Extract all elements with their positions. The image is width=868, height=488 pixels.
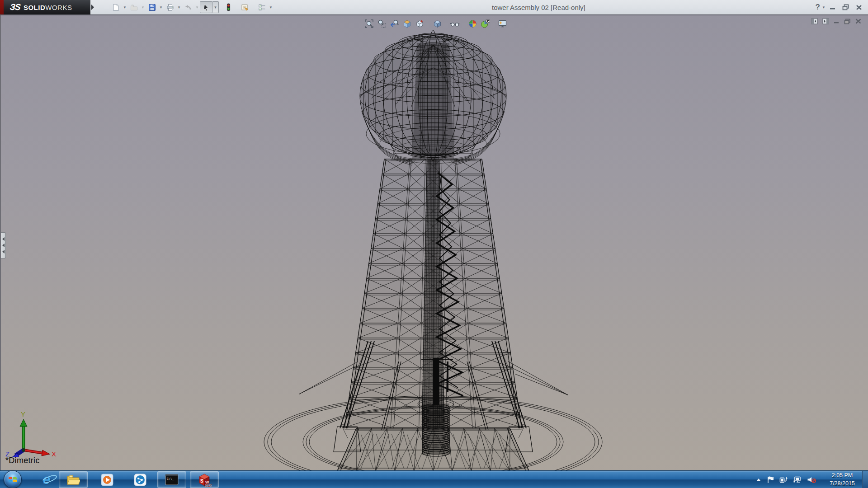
save-button[interactable]: [146, 1, 158, 13]
hide-show-items-button[interactable]: [450, 19, 460, 28]
view-orientation-icon: [415, 19, 425, 28]
window-controls: ? ▾: [816, 0, 865, 14]
network-icon[interactable]: [793, 476, 802, 483]
model-wireframe[interactable]: [1, 15, 868, 470]
help-dropdown[interactable]: ▾: [821, 5, 826, 9]
show-hidden-icons-button[interactable]: [756, 479, 761, 481]
print-button[interactable]: [164, 1, 176, 13]
minimize-icon: [834, 19, 840, 24]
appearance-sphere-icon: [468, 19, 477, 28]
taskbar-media-player[interactable]: [96, 471, 118, 488]
view-orientation-label: *Dimetric: [5, 456, 40, 465]
zoom-to-fit-button[interactable]: [364, 19, 374, 28]
start-button[interactable]: [4, 470, 22, 488]
internet-explorer-icon: e: [43, 472, 50, 487]
document-window-controls: [809, 18, 863, 24]
tray-clock[interactable]: 2:05 PM 7/28/2015: [823, 472, 862, 488]
share-app-icon: [134, 474, 146, 486]
eyeglasses-icon: [450, 19, 460, 28]
windows-flag-icon: [8, 474, 18, 484]
headsup-view-toolbar: [363, 18, 509, 29]
main-toolbar: ▾ ▾ ▾ ▾ ▾ ▾ ▾: [109, 0, 274, 14]
view-settings-icon: [498, 19, 508, 28]
doc-close-button[interactable]: [855, 19, 861, 24]
restore-icon: [842, 4, 849, 10]
zoom-to-fit-icon: [364, 19, 374, 28]
rebuild-button[interactable]: [239, 1, 251, 13]
save-icon: [148, 4, 156, 11]
taskbar-internet-explorer[interactable]: e: [36, 471, 57, 488]
display-style-icon: [433, 19, 442, 28]
restore-button[interactable]: [842, 4, 849, 10]
show-desktop-button[interactable]: [862, 471, 868, 488]
previous-view-button[interactable]: [389, 19, 399, 28]
undo-icon: [184, 4, 192, 11]
taskbar-share-app[interactable]: [128, 471, 152, 488]
folder-icon: [66, 474, 80, 485]
apply-scene-button[interactable]: [480, 19, 490, 28]
select-tool-dropdown[interactable]: ▾: [212, 1, 219, 13]
print-dropdown[interactable]: ▾: [176, 5, 182, 9]
triad-y-label: Y: [21, 410, 25, 418]
select-tool-button[interactable]: [200, 1, 212, 13]
view-settings-button[interactable]: [498, 19, 508, 28]
select-arrow-icon: [203, 4, 210, 11]
zoom-to-area-button[interactable]: [377, 19, 387, 28]
new-dropdown[interactable]: ▾: [122, 5, 127, 9]
view-orientation-button[interactable]: [415, 19, 425, 28]
zoom-to-area-icon: [377, 19, 387, 28]
pane-right-icon: [822, 18, 829, 24]
action-center-flag-icon[interactable]: [767, 476, 774, 483]
tray-time: 2:05 PM: [823, 472, 862, 480]
power-plug-icon[interactable]: [779, 476, 788, 483]
close-button[interactable]: [856, 5, 862, 10]
new-document-button[interactable]: [110, 1, 122, 13]
taskbar-solidworks[interactable]: S W 2015: [190, 471, 219, 488]
chevron-left-icon: [2, 250, 5, 253]
close-icon: [855, 19, 861, 24]
menu-expand-arrow[interactable]: [91, 5, 94, 10]
taskbar-command-prompt[interactable]: C:\_: [157, 471, 186, 488]
system-tray: 2:05 PM 7/28/2015: [753, 471, 862, 488]
minimize-button[interactable]: [830, 5, 836, 10]
section-view-button[interactable]: [402, 19, 412, 28]
titlebar: ЗS SOLIDWORKS ▾ ▾ ▾ ▾ ▾ ▾ ▾ tower Assemb…: [0, 0, 868, 15]
volume-muted-icon[interactable]: [807, 476, 816, 483]
apply-scene-icon: [480, 19, 490, 28]
interference-light-button[interactable]: [222, 1, 234, 13]
options-dropdown[interactable]: ▾: [268, 5, 274, 9]
open-dropdown[interactable]: ▾: [140, 5, 146, 9]
taskbar-windows-explorer[interactable]: [59, 471, 88, 488]
ie-orbit-ring: [41, 474, 58, 485]
traffic-light-icon: [226, 3, 231, 12]
graphics-viewport[interactable]: Y X Z *Dimetric: [0, 15, 868, 470]
doc-restore-button[interactable]: [844, 19, 851, 24]
chevron-down-icon: ▾: [213, 5, 218, 9]
previous-view-icon: [390, 19, 399, 28]
tray-date: 7/28/2015: [823, 480, 862, 488]
undo-button[interactable]: [182, 1, 194, 13]
svg-text:S: S: [200, 479, 203, 483]
help-button[interactable]: ?: [816, 3, 820, 12]
options-button[interactable]: [256, 1, 268, 13]
command-prompt-icon: C:\_: [165, 474, 179, 485]
chevron-left-icon: [2, 237, 5, 241]
cmd-screen-text: C:\_: [167, 478, 174, 481]
brand-solid: SOLID: [24, 4, 45, 11]
windows-taskbar: e C:\_ S: [0, 470, 868, 488]
display-style-button[interactable]: [432, 19, 442, 28]
undo-dropdown[interactable]: ▾: [194, 5, 200, 9]
window-title: tower Assembly 02 [Read-only]: [492, 4, 585, 11]
doc-minimize-button[interactable]: [834, 19, 840, 24]
pane-right-button[interactable]: [822, 18, 829, 24]
save-dropdown[interactable]: ▾: [158, 5, 164, 9]
edit-appearance-button[interactable]: [467, 19, 477, 28]
solidworks-logo: ЗS SOLIDWORKS: [4, 0, 90, 14]
options-list-icon: [258, 4, 266, 11]
feature-panel-collapse-tab[interactable]: [1, 232, 6, 258]
open-button[interactable]: [128, 1, 140, 13]
3ds-logo-mark: ЗS: [9, 2, 21, 12]
media-player-icon: [101, 474, 113, 486]
pane-left-button[interactable]: [811, 18, 818, 24]
rebuild-stamp-icon: [241, 4, 249, 11]
